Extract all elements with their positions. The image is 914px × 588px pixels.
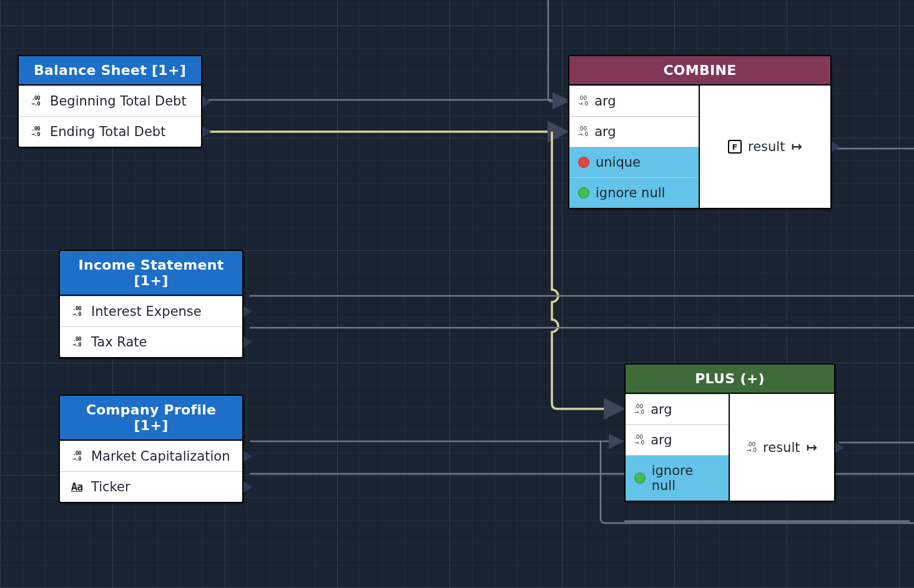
arg-label: arg — [651, 402, 672, 417]
node-inputs-column: .00→.0 arg .00→.0 arg unique ignore null — [569, 86, 700, 208]
node-plus[interactable]: PLUS (+) .00→.0 arg .00→.0 arg ignore nu… — [624, 363, 835, 502]
output-port-icon[interactable] — [202, 126, 211, 137]
number-array-icon: .00→.0 — [69, 451, 85, 462]
field-label: Market Capitalization — [91, 449, 230, 464]
arg-row[interactable]: .00→.0 arg — [569, 86, 699, 116]
field-label: Interest Expense — [91, 304, 202, 319]
field-label: Tax Rate — [91, 335, 147, 350]
node-header[interactable]: Income Statement [1+] — [60, 251, 242, 296]
arg-row[interactable]: .00→.0 arg — [626, 424, 729, 455]
node-inputs-column: .00→.0 arg .00→.0 arg ignore null — [626, 394, 730, 501]
number-array-icon: .00→.0 — [27, 126, 44, 137]
number-array-icon: .00→.0 — [578, 96, 588, 107]
arg-row[interactable]: .00→.0 arg — [626, 394, 729, 424]
output-port-icon[interactable] — [243, 336, 252, 348]
text-type-icon: Aa — [69, 481, 85, 493]
field-row[interactable]: .00→.0 Beginning Total Debt — [19, 86, 201, 116]
arg-label: arg — [594, 94, 616, 109]
param-row[interactable]: ignore null — [569, 177, 699, 208]
field-row[interactable]: .00→.0 Market Capitalization — [60, 441, 242, 471]
output-port-icon[interactable] — [243, 481, 252, 492]
node-balance-sheet[interactable]: Balance Sheet [1+] .00→.0 Beginning Tota… — [17, 55, 202, 148]
field-row[interactable]: .00→.0 Interest Expense — [60, 296, 242, 326]
result-label: result — [748, 139, 785, 154]
output-port-icon[interactable] — [202, 96, 211, 107]
node-company-profile[interactable]: Company Profile [1+] .00→.0 Market Capit… — [59, 394, 243, 503]
field-label: Ticker — [91, 479, 130, 494]
field-row[interactable]: .00→.0 Ending Total Debt — [19, 116, 201, 147]
field-label: Ending Total Debt — [50, 124, 165, 139]
arg-label: arg — [651, 433, 672, 448]
param-row[interactable]: ignore null — [626, 455, 729, 501]
map-arrow-icon: ↦ — [791, 139, 802, 154]
node-header[interactable]: Balance Sheet [1+] — [19, 56, 201, 86]
output-port-icon[interactable] — [243, 451, 252, 462]
param-row[interactable]: unique — [569, 147, 699, 177]
number-array-icon: .00→.0 — [634, 434, 644, 446]
number-array-icon: .00→.0 — [747, 442, 757, 453]
node-header[interactable]: COMBINE — [569, 56, 830, 86]
number-array-icon: .00→.0 — [634, 404, 644, 415]
output-port-icon[interactable] — [832, 141, 840, 152]
number-array-icon: .00→.0 — [69, 306, 85, 317]
number-array-icon: .00→.0 — [27, 96, 44, 107]
arg-row[interactable]: .00→.0 arg — [569, 116, 699, 147]
node-header[interactable]: PLUS (+) — [626, 365, 834, 394]
arg-label: arg — [594, 124, 616, 139]
result-label: result — [763, 440, 800, 455]
output-port-icon[interactable] — [835, 442, 844, 453]
node-income-statement[interactable]: Income Statement [1+] .00→.0 Interest Ex… — [59, 250, 243, 358]
map-arrow-icon: ↦ — [806, 440, 817, 455]
param-label: unique — [596, 155, 641, 170]
output-port-icon[interactable] — [243, 306, 252, 317]
dot-green-icon — [634, 473, 646, 484]
node-output-column[interactable]: F result ↦ — [700, 86, 830, 208]
field-row[interactable]: .00→.0 Tax Rate — [60, 326, 242, 357]
frame-type-icon: F — [728, 140, 742, 154]
param-label: ignore null — [652, 463, 720, 493]
param-label: ignore null — [596, 185, 665, 200]
dot-red-icon — [578, 157, 589, 168]
field-label: Beginning Total Debt — [50, 94, 187, 109]
node-combine[interactable]: COMBINE .00→.0 arg .00→.0 arg unique ign… — [568, 55, 832, 209]
node-header[interactable]: Company Profile [1+] — [60, 396, 242, 441]
node-output-column[interactable]: .00→.0 result ↦ — [730, 394, 834, 501]
dot-green-icon — [578, 187, 589, 198]
field-row[interactable]: Aa Ticker — [60, 471, 242, 502]
number-array-icon: .00→.0 — [578, 126, 588, 137]
number-array-icon: .00→.0 — [69, 336, 85, 348]
